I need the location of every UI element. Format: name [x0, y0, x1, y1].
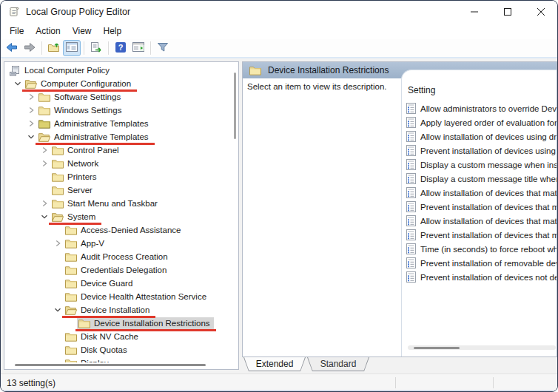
- tree-horizontal-scrollbar[interactable]: [15, 364, 206, 366]
- setting-label: Allow administrators to override Devi: [420, 104, 557, 113]
- tree-item-access-denied-assistance[interactable]: Access-Denied Assistance: [4, 223, 238, 237]
- policy-setting-icon: [406, 145, 416, 156]
- show-console-tree-icon: [65, 41, 78, 55]
- tree-item-label: Windows Settings: [54, 106, 121, 115]
- setting-item[interactable]: Prevent installation of devices using: [406, 143, 557, 158]
- tree-item-windows-settings[interactable]: Windows Settings: [4, 104, 238, 117]
- minimize-button[interactable]: [457, 1, 491, 23]
- folder-icon: [52, 172, 64, 182]
- tree-item-administrative-templates[interactable]: Administrative Templates: [4, 117, 238, 130]
- tree-item-device-guard[interactable]: Device Guard: [4, 277, 238, 290]
- setting-item[interactable]: Allow installation of devices that mat: [406, 214, 557, 228]
- result-pane-title: Device Installation Restrictions: [268, 65, 389, 75]
- gpedit-scroll-icon: [8, 6, 20, 18]
- scrollbar-thumb[interactable]: [414, 347, 460, 349]
- tree-item-label: Display: [81, 359, 109, 362]
- tree-item-local-computer-policy[interactable]: Local Computer Policy: [4, 64, 238, 77]
- tree-item-system[interactable]: System: [4, 210, 238, 223]
- setting-item[interactable]: Allow installation of devices that mat: [406, 186, 557, 200]
- policy-setting-icon: [406, 257, 416, 268]
- tree-item-content: Windows Settings: [37, 104, 125, 117]
- tree-item-label: Audit Process Creation: [81, 252, 168, 261]
- menubar: FileActionViewHelp: [1, 23, 557, 39]
- tree-item-start-menu-and-taskbar[interactable]: Start Menu and Taskbar: [4, 197, 238, 210]
- tab-extended[interactable]: Extended: [243, 357, 306, 371]
- chevron-collapsed-icon[interactable]: [25, 104, 37, 116]
- toolbar-separator: [108, 41, 109, 55]
- setting-item[interactable]: Apply layered order of evaluation for: [406, 115, 557, 129]
- toolbar: ?: [1, 39, 557, 58]
- settings-horizontal-scrollbar[interactable]: [408, 345, 556, 350]
- close-button[interactable]: [524, 1, 557, 23]
- chevron-collapsed-icon[interactable]: [25, 118, 37, 129]
- tree-vertical-scrollbar[interactable]: [234, 72, 236, 139]
- tree-item-label: Disk Quotas: [81, 345, 127, 354]
- statusbar: 13 setting(s): [1, 374, 557, 391]
- tree-item-label: Device Installation: [81, 305, 149, 314]
- setting-item[interactable]: Display a custom message when insta: [406, 158, 557, 172]
- tree-item-device-installation-restrictions[interactable]: Device Installation Restrictions: [4, 317, 238, 330]
- setting-item[interactable]: Display a custom message title when: [406, 172, 557, 186]
- folder-icon: [249, 65, 261, 75]
- folder-open-icon: [65, 305, 77, 315]
- tree-item-disk-quotas[interactable]: Disk Quotas: [4, 343, 238, 356]
- show-console-tree-button[interactable]: [63, 40, 81, 56]
- maximize-button[interactable]: [491, 1, 524, 23]
- tree-item-audit-process-creation[interactable]: Audit Process Creation: [4, 250, 238, 263]
- chevron-collapsed-icon[interactable]: [25, 91, 37, 103]
- back-button[interactable]: [3, 40, 21, 56]
- export-list-button[interactable]: [87, 40, 105, 56]
- tree-item-device-health-attestation-service[interactable]: Device Health Attestation Service: [4, 290, 238, 303]
- chevron-expanded-icon[interactable]: [38, 211, 50, 223]
- setting-item[interactable]: Time (in seconds) to force reboot wh: [406, 242, 557, 256]
- chevron-collapsed-icon[interactable]: [38, 158, 50, 169]
- chevron-collapsed-icon[interactable]: [52, 237, 64, 249]
- menu-file[interactable]: File: [4, 24, 30, 38]
- tree-item-administrative-templates-2[interactable]: Administrative Templates: [4, 130, 238, 143]
- tree-item-network[interactable]: Network: [4, 157, 238, 170]
- up-one-level-button[interactable]: [45, 40, 63, 56]
- tab-standard[interactable]: Standard: [307, 357, 369, 371]
- tree-item-disk-nv-cache[interactable]: Disk NV Cache: [4, 330, 238, 343]
- tree-item-content: Computer Configuration: [24, 78, 135, 90]
- chevron-collapsed-icon[interactable]: [38, 144, 50, 156]
- tree-item-label: Server: [67, 186, 93, 195]
- tree-item-content: Credentials Delegation: [64, 264, 170, 277]
- statusbar-divider: [493, 377, 494, 388]
- setting-item[interactable]: Allow installation of devices using dri: [406, 129, 557, 143]
- tree-item-computer-configuration[interactable]: Computer Configuration: [4, 77, 238, 90]
- setting-item[interactable]: Prevent installation of removable dev: [406, 256, 557, 270]
- settings-column-header[interactable]: Setting: [408, 85, 557, 95]
- setting-item[interactable]: Prevent installation of devices that m: [406, 228, 557, 242]
- forward-button[interactable]: [21, 40, 38, 56]
- tree-item-software-settings[interactable]: Software Settings: [4, 90, 238, 104]
- svg-text:?: ?: [118, 43, 124, 52]
- show-action-pane-button[interactable]: [130, 40, 147, 56]
- chevron-expanded-icon[interactable]: [12, 78, 24, 89]
- tree-item-content: Device Guard: [64, 277, 136, 290]
- policy-setting-icon: [406, 215, 416, 226]
- setting-item[interactable]: Prevent installation of devices that m: [406, 200, 557, 214]
- help-button[interactable]: ?: [112, 40, 130, 56]
- setting-item[interactable]: Allow administrators to override Devi: [406, 101, 557, 115]
- tree-item-display[interactable]: Display: [4, 356, 238, 362]
- tree-item-control-panel[interactable]: Control Panel: [4, 143, 238, 157]
- setting-label: Allow installation of devices that mat: [420, 217, 557, 226]
- tree-item-printers[interactable]: Printers: [4, 170, 238, 183]
- setting-item[interactable]: Prevent installation of devices not de: [406, 270, 557, 284]
- policy-setting-icon: [406, 229, 416, 240]
- policy-setting-icon: [406, 117, 416, 128]
- chevron-expanded-icon[interactable]: [52, 304, 64, 316]
- tree-item-server[interactable]: Server: [4, 183, 238, 197]
- menu-action[interactable]: Action: [30, 24, 66, 38]
- setting-label: Prevent installation of devices that m: [420, 231, 557, 240]
- chevron-collapsed-icon[interactable]: [38, 197, 50, 209]
- folder-icon: [65, 265, 77, 275]
- tree-item-credentials-delegation[interactable]: Credentials Delegation: [4, 263, 238, 277]
- tree-item-app-v[interactable]: App-V: [4, 237, 238, 250]
- chevron-expanded-icon[interactable]: [25, 131, 37, 143]
- menu-help[interactable]: Help: [98, 24, 128, 38]
- filter-button[interactable]: [154, 40, 172, 56]
- menu-view[interactable]: View: [67, 24, 98, 38]
- tree-item-device-installation[interactable]: Device Installation: [4, 303, 238, 317]
